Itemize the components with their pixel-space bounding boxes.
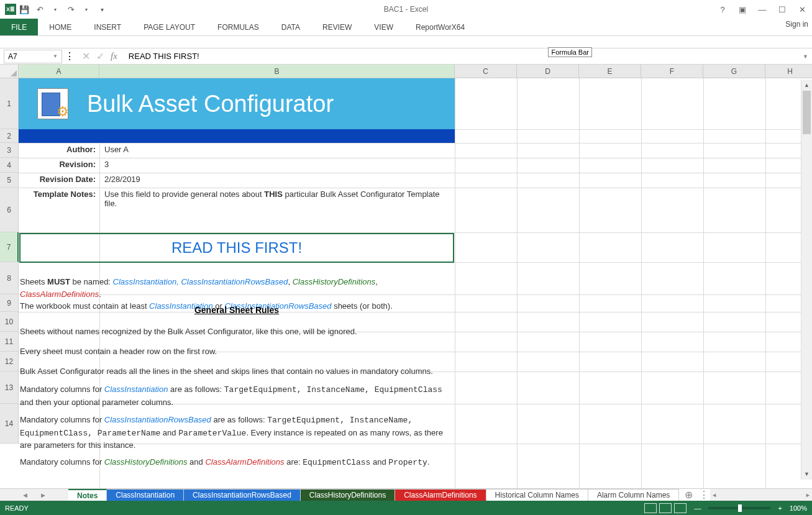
rule-header-row: Every sheet must contain a header row on… [20, 345, 217, 358]
sheet-tab-classinstantiation[interactable]: ClassInstantiation [107, 489, 184, 501]
column-header-G[interactable]: G [703, 65, 765, 78]
row-header-12[interactable]: 12 [0, 352, 19, 371]
zoom-level[interactable]: 100% [790, 504, 807, 512]
row-header-7[interactable]: 7 [0, 232, 19, 262]
horizontal-scrollbar[interactable]: ◄ ► [710, 489, 812, 501]
minimize-icon[interactable]: — [752, 0, 772, 19]
tab-data[interactable]: DATA [270, 19, 311, 35]
row-header-11[interactable]: 11 [0, 332, 19, 352]
row-header-6[interactable]: 6 [0, 188, 19, 232]
row-header-3[interactable]: 3 [0, 143, 19, 158]
tab-review[interactable]: REVIEW [311, 19, 363, 35]
select-all-corner[interactable] [0, 65, 19, 78]
sheet-tab-classalarmdefinitions[interactable]: ClassAlarmDefinitions [395, 489, 486, 501]
scroll-thumb[interactable] [803, 91, 811, 134]
cancel-formula-icon: ✕ [82, 50, 90, 62]
row-header-9[interactable]: 9 [0, 294, 19, 312]
name-box-value: A7 [8, 52, 17, 61]
tab-home[interactable]: HOME [38, 19, 83, 35]
undo-icon[interactable]: ↶ [32, 2, 47, 17]
hscroll-right-icon[interactable]: ► [805, 492, 811, 498]
tab-scroll-menu-icon[interactable]: ⋮ [698, 489, 710, 501]
view-page-break-icon[interactable] [674, 503, 687, 513]
read-this-first-cell: READ THIS FIRST! [19, 233, 454, 263]
column-header-B[interactable]: B [99, 65, 455, 78]
tab-nav[interactable]: ◄► [0, 489, 68, 501]
name-box-separator: ⋮ [62, 50, 77, 62]
row-header-10[interactable]: 10 [0, 312, 19, 332]
formula-expand-icon[interactable]: ▼ [799, 53, 812, 60]
tab-reportworx[interactable]: ReportWorX64 [404, 19, 476, 35]
revision-date-label: Revision Date: [19, 175, 99, 184]
sheet-tab-historical-column-names[interactable]: Historical Column Names [486, 489, 588, 501]
tab-page-layout[interactable]: PAGE LAYOUT [132, 19, 206, 35]
name-box[interactable]: A7 ▼ [4, 50, 62, 63]
column-header-H[interactable]: H [765, 65, 812, 78]
revision-value: 3 [99, 160, 452, 169]
name-box-dropdown-icon[interactable]: ▼ [53, 53, 58, 59]
sheet-tab-alarm-column-names[interactable]: Alarm Column Names [588, 489, 679, 501]
close-icon[interactable]: ✕ [792, 0, 812, 19]
view-normal-icon[interactable] [644, 503, 657, 513]
excel-icon[interactable]: X≣ [5, 4, 16, 15]
status-ready: READY [5, 504, 29, 512]
column-header-D[interactable]: D [517, 65, 579, 78]
ribbon-collapsed [0, 36, 812, 48]
title-bar: X≣ 💾 ↶ ▾ ↷ ▾ ▾ BAC1 - Excel ? ▣ — ☐ ✕ [0, 0, 812, 19]
fx-icon[interactable]: fx [111, 51, 117, 62]
view-page-layout-icon[interactable] [659, 503, 672, 513]
banner-title: Bulk Asset Configurator [87, 91, 334, 117]
redo-dropdown-icon[interactable]: ▾ [79, 2, 94, 17]
sheet-tab-notes[interactable]: Notes [68, 489, 107, 501]
redo-icon[interactable]: ↷ [63, 2, 78, 17]
tab-insert[interactable]: INSERT [83, 19, 132, 35]
sign-in-link[interactable]: Sign in [785, 20, 808, 29]
save-icon[interactable]: 💾 [17, 2, 32, 17]
author-label: Author: [19, 145, 99, 154]
ribbon-options-icon[interactable]: ▣ [732, 0, 752, 19]
add-sheet-icon[interactable]: ⊕ [679, 489, 698, 501]
rule-ignored-sheets: Sheets without names recognized by the B… [20, 326, 357, 338]
sheet-tab-classinstantiationrowsbased[interactable]: ClassInstantiationRowsBased [184, 489, 301, 501]
row-header-4[interactable]: 4 [0, 158, 19, 173]
zoom-in-icon[interactable]: + [778, 504, 782, 512]
author-value: User A [99, 145, 452, 154]
quick-access-toolbar: X≣ 💾 ↶ ▾ ↷ ▾ ▾ [0, 2, 109, 17]
zoom-slider[interactable] [708, 507, 770, 509]
tab-view[interactable]: VIEW [363, 19, 404, 35]
undo-dropdown-icon[interactable]: ▾ [48, 2, 63, 17]
column-header-F[interactable]: F [641, 65, 703, 78]
template-notes-value: Use this field to provide general notes … [99, 189, 452, 208]
general-rules-heading: General Sheet Rules [19, 305, 455, 315]
column-header-E[interactable]: E [579, 65, 641, 78]
maximize-icon[interactable]: ☐ [772, 0, 792, 19]
tab-formulas[interactable]: FORMULAS [206, 19, 270, 35]
column-header-C[interactable]: C [455, 65, 517, 78]
row-header-14[interactable]: 14 [0, 404, 19, 444]
file-tab[interactable]: FILE [0, 19, 38, 35]
vertical-scrollbar[interactable]: ▲ ▼ [801, 80, 812, 480]
row-header-5[interactable]: 5 [0, 173, 19, 188]
help-icon[interactable]: ? [713, 0, 732, 19]
revision-label: Revision: [19, 160, 99, 169]
formula-input[interactable]: READ THIS FIRST! [122, 52, 799, 61]
scroll-down-icon[interactable]: ▼ [801, 468, 812, 480]
row-header-13[interactable]: 13 [0, 371, 19, 404]
revision-date-value: 2/28/2019 [99, 175, 452, 184]
cell-grid[interactable]: Bulk Asset Configurator Author: User A R… [19, 78, 801, 488]
row-header-1[interactable]: 1 [0, 78, 19, 129]
banner-cell: Bulk Asset Configurator [19, 78, 455, 129]
rule-skip-empty: Bulk Asset Configurator reads all the li… [20, 365, 433, 378]
hscroll-left-icon[interactable]: ◄ [711, 492, 717, 498]
formula-bar-tooltip: Formula Bar [548, 47, 592, 57]
row-header-2[interactable]: 2 [0, 129, 19, 143]
template-notes-label: Template Notes: [19, 189, 99, 199]
scroll-up-icon[interactable]: ▲ [801, 80, 812, 91]
zoom-out-icon[interactable]: — [694, 504, 701, 512]
ribbon-tabs: FILE HOME INSERT PAGE LAYOUT FORMULAS DA… [0, 19, 812, 36]
rule-mandatory-ci: Mandatory columns for ClassInstantiation… [20, 383, 454, 408]
row-header-8[interactable]: 8 [0, 262, 19, 294]
column-header-A[interactable]: A [19, 65, 99, 78]
qat-customize-icon[interactable]: ▾ [94, 2, 109, 17]
sheet-tab-classhistorydefinitions[interactable]: ClassHistoryDefinitions [301, 489, 395, 501]
